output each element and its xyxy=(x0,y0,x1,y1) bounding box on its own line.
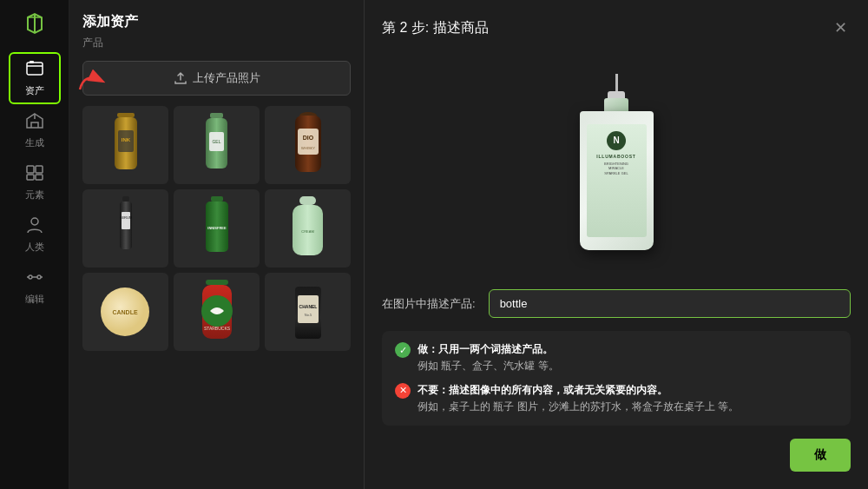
svg-rect-4 xyxy=(27,175,34,180)
description-label: 在图片中描述产品: xyxy=(382,296,476,312)
bottle-pump-stick xyxy=(615,74,618,91)
svg-text:DIO: DIO xyxy=(302,135,313,141)
svg-rect-9 xyxy=(117,113,135,117)
svg-text:CHANEL: CHANEL xyxy=(299,304,317,309)
description-row: 在图片中描述产品: xyxy=(382,289,851,318)
hint-do-icon: ✓ xyxy=(395,342,411,358)
product-item-7[interactable]: CANDLE xyxy=(82,273,168,351)
svg-rect-2 xyxy=(27,166,34,173)
svg-rect-0 xyxy=(27,63,43,75)
bottle-logo-circle: N xyxy=(607,131,626,150)
svg-point-6 xyxy=(31,218,38,225)
svg-text:CREAM: CREAM xyxy=(301,229,313,234)
svg-text:GEL: GEL xyxy=(212,139,220,144)
svg-rect-24 xyxy=(122,212,130,229)
hint-do-text: 做：只用一两个词描述产品。 例如 瓶子、盒子、汽水罐 等。 xyxy=(418,341,559,374)
description-input[interactable] xyxy=(489,289,851,318)
assets-icon xyxy=(25,60,44,82)
left-panel: 添加资产 产品 上传产品照片 xyxy=(69,0,365,489)
edit-icon xyxy=(25,268,44,290)
svg-rect-29 xyxy=(299,196,316,205)
product-item-1[interactable]: INK xyxy=(82,106,168,184)
product-grid: INK GEL xyxy=(82,106,351,351)
product-img-7: CANDLE xyxy=(82,273,168,351)
panel-header: 添加资产 产品 xyxy=(82,13,351,61)
bottle-body: N ILLUMABOOST BRIGHTENINGMIRACLESPARKLE … xyxy=(580,111,654,250)
bottle-label-area: N ILLUMABOOST BRIGHTENINGMIRACLESPARKLE … xyxy=(587,124,647,237)
svg-rect-13 xyxy=(210,113,223,118)
product-img-5: INNISFREE xyxy=(174,189,260,268)
sidebar: 资产 生成 元素 人类 xyxy=(0,0,69,489)
sidebar-item-elements[interactable]: 元素 xyxy=(9,156,61,208)
close-button[interactable]: ✕ xyxy=(830,17,851,38)
svg-text:INNISFREE: INNISFREE xyxy=(207,226,227,230)
bottle-cap xyxy=(604,98,628,111)
upload-button-label: 上传产品照片 xyxy=(193,70,260,86)
svg-rect-5 xyxy=(36,175,43,180)
product-preview: N ILLUMABOOST BRIGHTENINGMIRACLESPARKLE … xyxy=(382,51,851,272)
svg-rect-22 xyxy=(122,196,129,202)
svg-text:SERUM: SERUM xyxy=(119,215,131,220)
bottle-pump-head xyxy=(608,91,625,98)
people-icon xyxy=(25,216,44,238)
product-item-3[interactable]: DIO WHISKY xyxy=(265,106,351,184)
svg-rect-3 xyxy=(36,166,43,173)
upload-button[interactable]: 上传产品照片 xyxy=(82,61,351,96)
svg-text:CANDLE: CANDLE xyxy=(112,309,137,315)
svg-rect-38 xyxy=(299,280,318,287)
svg-text:WHISKY: WHISKY xyxy=(301,146,315,150)
hints-panel: ✓ 做：只用一两个词描述产品。 例如 瓶子、盒子、汽水罐 等。 ✕ 不要：描述图… xyxy=(382,331,851,426)
svg-rect-26 xyxy=(211,196,223,202)
panel-title: 添加资产 xyxy=(82,13,351,31)
app-logo xyxy=(17,9,52,43)
sidebar-item-edit-label: 编辑 xyxy=(25,293,44,306)
svg-text:STARBUCKS: STARBUCKS xyxy=(203,326,230,331)
product-img-2: GEL xyxy=(174,106,260,184)
sidebar-item-edit[interactable]: 编辑 xyxy=(9,261,61,313)
hint-do: ✓ 做：只用一两个词描述产品。 例如 瓶子、盒子、汽水罐 等。 xyxy=(395,341,838,374)
product-img-3: DIO WHISKY xyxy=(265,106,351,184)
product-img-6: CREAM xyxy=(265,189,351,268)
svg-text:INK: INK xyxy=(121,137,130,142)
product-img-9: CHANEL No.5 xyxy=(265,273,351,351)
elements-icon xyxy=(25,164,44,186)
sidebar-item-assets[interactable]: 资产 xyxy=(9,52,61,104)
sidebar-item-elements-label: 元素 xyxy=(25,188,44,202)
product-img-8: STARBUCKS xyxy=(174,273,260,351)
sidebar-item-assets-label: 资产 xyxy=(25,84,44,97)
svg-text:No.5: No.5 xyxy=(304,313,312,317)
sidebar-item-people-label: 人类 xyxy=(25,241,44,254)
product-img-1: INK xyxy=(82,106,168,184)
bottle-illustration: N ILLUMABOOST BRIGHTENINGMIRACLESPARKLE … xyxy=(580,74,654,250)
svg-rect-34 xyxy=(206,280,228,285)
product-item-8[interactable]: STARBUCKS xyxy=(174,273,260,351)
product-item-4[interactable]: SERUM xyxy=(82,189,168,268)
product-item-9[interactable]: CHANEL No.5 xyxy=(265,273,351,351)
svg-rect-19 xyxy=(298,129,319,155)
svg-rect-1 xyxy=(30,61,34,63)
bottle-brand-name: ILLUMABOOST xyxy=(596,154,635,159)
right-panel: 第 2 步: 描述商品 ✕ N ILLUMABOOST BRIGHTENINGM… xyxy=(365,0,868,489)
right-header: 第 2 步: 描述商品 ✕ xyxy=(382,17,851,38)
panel-subtitle: 产品 xyxy=(82,36,351,50)
generate-icon xyxy=(25,112,44,134)
product-img-4: SERUM xyxy=(82,189,168,268)
do-button[interactable]: 做 xyxy=(790,439,851,472)
sidebar-item-people[interactable]: 人类 xyxy=(9,208,61,261)
product-item-2[interactable]: GEL xyxy=(174,106,260,184)
svg-point-7 xyxy=(29,275,32,279)
product-item-5[interactable]: INNISFREE xyxy=(174,189,260,268)
product-item-6[interactable]: CREAM xyxy=(265,189,351,268)
hint-dont-text: 不要：描述图像中的所有内容，或者无关紧要的内容。 例如，桌子上的 瓶子 图片，沙… xyxy=(418,382,739,415)
sidebar-item-generate[interactable]: 生成 xyxy=(9,104,61,156)
hint-dont: ✕ 不要：描述图像中的所有内容，或者无关紧要的内容。 例如，桌子上的 瓶子 图片… xyxy=(395,382,838,415)
sidebar-item-generate-label: 生成 xyxy=(25,136,44,149)
upload-area: 上传产品照片 xyxy=(82,61,351,106)
hint-dont-icon: ✕ xyxy=(395,383,411,399)
bottle-desc-text: BRIGHTENINGMIRACLESPARKLE GEL xyxy=(604,162,628,176)
svg-rect-40 xyxy=(298,295,319,323)
svg-point-8 xyxy=(37,275,41,279)
step-title: 第 2 步: 描述商品 xyxy=(382,19,489,37)
bottom-row: 做 xyxy=(382,439,851,472)
